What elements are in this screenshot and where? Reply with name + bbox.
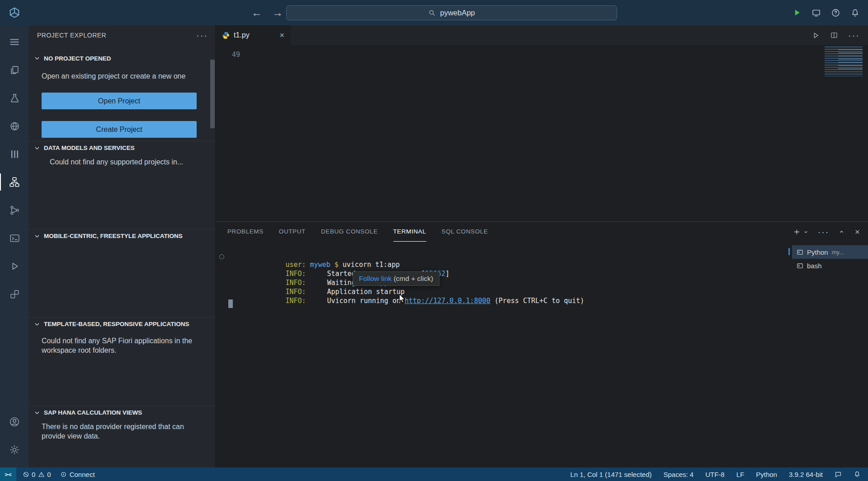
editor-more-actions-icon[interactable]: ··· — [848, 31, 860, 40]
back-arrow-icon[interactable]: ← — [251, 7, 262, 18]
python-runtime-version[interactable]: 3.9.2 64-bit — [789, 471, 823, 478]
maximize-panel-icon[interactable] — [838, 229, 845, 235]
section-no-project-opened[interactable]: NO PROJECT OPENED — [29, 51, 215, 65]
connect-button[interactable]: Connect — [60, 471, 95, 478]
editor-tabbar: t1.py × ··· — [216, 25, 868, 45]
eol-setting[interactable]: LF — [736, 471, 745, 478]
tab-t1py[interactable]: t1.py × — [216, 25, 291, 45]
sidebar-item-storage[interactable] — [0, 140, 29, 168]
section-data-models[interactable]: DATA MODELS AND SERVICES — [29, 141, 215, 154]
columns-icon — [9, 149, 20, 160]
graph-nodes-icon — [9, 205, 20, 216]
layout-monitor-icon[interactable] — [811, 8, 821, 18]
terminal-icon — [797, 262, 803, 269]
terminal-profile-chevron-icon[interactable] — [803, 229, 809, 235]
app-logo — [8, 6, 21, 19]
chevron-down-icon — [34, 322, 40, 327]
mouse-pointer-icon — [399, 294, 407, 304]
tab-debug-console[interactable]: DEBUG CONSOLE — [321, 222, 378, 242]
data-models-text: Could not find any supported projects in… — [50, 157, 204, 167]
run-green-icon[interactable] — [793, 8, 802, 17]
section-template-based[interactable]: TEMPLATE-BASED, RESPONSIVE APPLICATIONS — [29, 317, 215, 331]
menu-icon — [9, 36, 20, 48]
sidebar-item-project-explorer[interactable] — [0, 168, 29, 196]
tab-problems[interactable]: PROBLEMS — [227, 222, 264, 242]
tab-output[interactable]: OUTPUT — [279, 222, 306, 242]
chevron-down-icon — [34, 410, 40, 416]
server-url-link[interactable]: http://127.0.0.1:8000 — [405, 297, 491, 305]
encoding-setting[interactable]: UTF-8 — [705, 471, 725, 478]
minimap[interactable] — [825, 47, 863, 76]
bottom-panel: PROBLEMS OUTPUT DEBUG CONSOLE TERMINAL S… — [216, 221, 868, 467]
play-outline-icon — [9, 261, 20, 272]
settings-gear-icon — [9, 444, 20, 456]
tab-label: t1.py — [234, 31, 250, 39]
terminal-icon — [797, 249, 803, 256]
terminal-scroll-marker — [788, 248, 790, 255]
prompt-indicator-icon — [219, 254, 224, 259]
sidebar-item-explorer[interactable] — [0, 56, 29, 84]
language-mode[interactable]: Python — [756, 471, 777, 478]
tab-close-icon[interactable]: × — [279, 31, 284, 39]
terminal-instance-python[interactable]: Python my... — [792, 245, 868, 259]
panel-title: PROJECT EXPLORER — [37, 32, 106, 39]
search-value: pywebApp — [440, 9, 475, 17]
terminal-prompt-line: user:myweb$uvicorn t1:app — [228, 252, 792, 262]
no-project-text: Open an existing project or create a new… — [42, 71, 196, 81]
hierarchy-icon — [9, 176, 20, 188]
more-actions-icon[interactable]: ··· — [196, 31, 208, 40]
files-icon — [9, 65, 20, 76]
chevron-down-icon — [34, 145, 40, 151]
section-hana-calc-views[interactable]: SAP HANA CALCULATION VIEWS — [29, 406, 215, 419]
new-terminal-icon[interactable] — [793, 228, 801, 236]
terminal-list: Python my... bash — [792, 242, 868, 467]
follow-link-action[interactable]: Follow link — [359, 275, 392, 282]
account-icon — [9, 416, 20, 428]
search-icon — [428, 9, 436, 17]
create-project-button[interactable]: Create Project — [42, 121, 197, 138]
sidebar-item-connections[interactable] — [0, 196, 29, 224]
help-icon[interactable] — [831, 8, 840, 18]
titlebar: ← → pywebApp — [0, 0, 868, 25]
code-editor[interactable]: 49 — [216, 45, 868, 221]
sidebar-item-run-configurations[interactable] — [0, 252, 29, 280]
feedback-icon[interactable] — [835, 471, 842, 478]
packages-icon — [9, 289, 20, 300]
open-project-button[interactable]: Open Project — [42, 93, 197, 109]
panel-more-actions-icon[interactable]: ··· — [818, 228, 829, 236]
problems-summary[interactable]: 0 0 — [23, 471, 51, 478]
sidebar-item-tests[interactable] — [0, 84, 29, 112]
project-explorer-panel: PROJECT EXPLORER ··· NO PROJECT OPENED O… — [29, 25, 216, 467]
terminal-instance-bash[interactable]: bash — [792, 259, 868, 272]
sidebar-item-dev-console[interactable] — [0, 224, 29, 252]
forward-arrow-icon[interactable]: → — [272, 7, 283, 18]
chevron-down-icon — [34, 56, 40, 61]
split-editor-icon[interactable] — [830, 31, 838, 39]
tab-terminal[interactable]: TERMINAL — [393, 222, 426, 242]
follow-link-tooltip: Follow link (cmd + click) — [353, 271, 439, 286]
terminal-view[interactable]: user:myweb$uvicorn t1:app INFO:Started s… — [216, 242, 792, 467]
indentation-setting[interactable]: Spaces: 4 — [664, 471, 694, 478]
status-bar: >< 0 0 Connect Ln 1, Col 1 (1471 selecte… — [0, 467, 868, 481]
errors-icon — [23, 471, 29, 478]
warnings-icon — [38, 471, 45, 478]
tab-sql-console[interactable]: SQL CONSOLE — [442, 222, 488, 242]
run-file-icon[interactable] — [811, 31, 820, 40]
section-mobile-centric[interactable]: MOBILE-CENTRIC, FREESTYLE APPLICATIONS — [29, 229, 215, 243]
sidebar-item-systems[interactable] — [0, 112, 29, 140]
sidebar-item-deploy[interactable] — [0, 280, 29, 308]
sidebar-scrollbar[interactable] — [210, 60, 215, 128]
notifications-bell-icon[interactable] — [850, 8, 860, 18]
sidebar-item-menu[interactable] — [0, 28, 29, 56]
code-console-icon — [9, 233, 20, 244]
sidebar-item-account[interactable] — [0, 408, 29, 436]
hana-views-text: There is no data provider registered tha… — [42, 422, 196, 441]
activity-bar — [0, 25, 29, 467]
test-flask-icon — [9, 93, 20, 104]
remote-indicator[interactable]: >< — [0, 467, 16, 481]
sidebar-item-settings[interactable] — [0, 436, 29, 464]
cursor-position[interactable]: Ln 1, Col 1 (1471 selected) — [570, 471, 651, 478]
statusbar-bell-icon[interactable] — [854, 471, 861, 478]
command-search-box[interactable]: pywebApp — [286, 5, 617, 20]
close-panel-icon[interactable] — [854, 229, 861, 235]
